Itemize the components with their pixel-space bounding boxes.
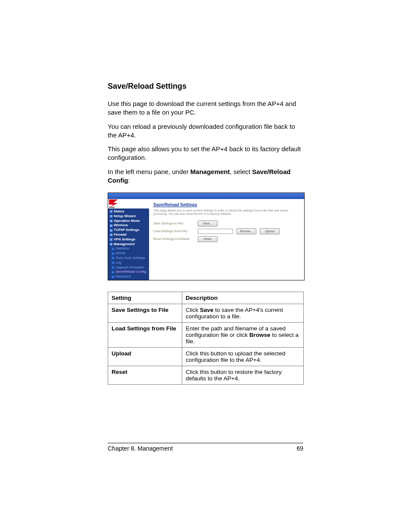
p4-management: Management (190, 168, 230, 175)
embedded-screenshot: zoom Status Setup Wizard Operation Mode … (108, 193, 305, 280)
expand-icon (110, 229, 112, 232)
cell-desc-save: Click Save to save the AP+4's current co… (182, 304, 304, 322)
p4-a: In the left menu pane, under (108, 168, 190, 175)
cell-setting-upload: Upload (108, 347, 182, 366)
nav-management[interactable]: Management (110, 242, 147, 247)
browse-button[interactable]: Browse... (237, 228, 256, 234)
label-reset: Reset Settings to Default: (153, 237, 194, 241)
page: Save/Reload Settings Use this page to do… (0, 0, 411, 532)
screenshot-main: Save/Reload Settings This page allows yo… (149, 199, 304, 280)
label-save: Save Settings to File: (153, 222, 194, 225)
p4-c: , select (230, 168, 252, 175)
cell-setting-reset: Reset (108, 366, 182, 384)
screenshot-desc: This page allows you to save current set… (153, 209, 300, 216)
bullet-icon (112, 252, 114, 255)
screenshot-sidebar: zoom Status Setup Wizard Operation Mode … (108, 199, 149, 280)
paragraph-2: You can reload a previously downloaded c… (108, 122, 303, 140)
nav-operation-mode[interactable]: Operation Mode (110, 219, 147, 224)
th-setting: Setting (108, 292, 182, 304)
cell-setting-load: Load Settings from File (108, 322, 182, 347)
collapse-icon (110, 243, 112, 246)
footer-chapter: Chapter 8. Management (108, 445, 173, 452)
screenshot-title: Save/Reload Settings (153, 202, 300, 207)
cell-desc-upload: Click this button to upload the selected… (182, 347, 304, 366)
footer-rule (108, 443, 303, 443)
screenshot-topbar (108, 193, 304, 199)
label-load: Load Settings from File: (153, 230, 194, 233)
reset-button[interactable]: Reset (198, 236, 218, 242)
bullet-icon (112, 257, 114, 259)
expand-icon (110, 238, 112, 241)
section-heading: Save/Reload Settings (108, 82, 303, 91)
nav-status[interactable]: Status (110, 209, 147, 214)
footer-page-number: 69 (296, 445, 303, 452)
nav-sub-statistics[interactable]: Statistics (110, 246, 147, 251)
bullet-icon (112, 276, 114, 278)
nav-firewall[interactable]: Firewall (110, 233, 147, 237)
paragraph-3: This page also allows you to set the AP+… (108, 145, 303, 162)
nav-setup-wizard[interactable]: Setup Wizard (110, 214, 147, 219)
brand-text: zoom (109, 206, 115, 209)
table-row: Save Settings to File Click Save to save… (108, 304, 304, 322)
table-row: Upload Click this button to upload the s… (108, 347, 304, 366)
bullet-icon (112, 248, 114, 250)
th-description: Description (182, 292, 304, 304)
paragraph-1: Use this page to download the current se… (108, 100, 303, 117)
upload-button[interactable]: Upload (260, 228, 280, 234)
nav-sub-password[interactable]: Password (110, 274, 147, 279)
table-row: Load Settings from File Enter the path a… (108, 322, 304, 347)
bullet-icon (112, 266, 114, 269)
bullet-icon (112, 271, 114, 274)
file-path-input[interactable] (198, 229, 233, 234)
row-load: Load Settings from File: Browse... Uploa… (153, 228, 300, 234)
page-footer: Chapter 8. Management 69 (108, 443, 303, 452)
table-header-row: Setting Description (108, 292, 304, 304)
expand-icon (110, 210, 112, 213)
save-button[interactable]: Save... (198, 221, 218, 227)
nav-sub-ddns[interactable]: DDNS (110, 251, 147, 256)
settings-table: Setting Description Save Settings to Fil… (108, 292, 304, 385)
cell-desc-load: Enter the path and filename of a saved c… (182, 322, 304, 347)
cell-desc-reset: Click this button to restore the factory… (182, 366, 304, 384)
row-reset: Reset Settings to Default: Reset (153, 236, 300, 242)
nav-sub-savereload[interactable]: Save/Reload Config (110, 270, 147, 274)
brand-logo: zoom (108, 199, 149, 208)
bullet-icon (112, 261, 114, 264)
row-save: Save Settings to File: Save... (153, 221, 300, 227)
expand-icon (110, 224, 112, 227)
nav-vpn[interactable]: VPN Settings (110, 237, 147, 242)
expand-icon (110, 220, 112, 222)
paragraph-4: In the left menu pane, under Management,… (108, 168, 303, 185)
expand-icon (110, 215, 112, 218)
nav-top-group: Status Setup Wizard Operation Mode Wirel… (108, 208, 149, 280)
nav-wireless[interactable]: Wireless (110, 223, 147, 228)
nav-sub-upgrade[interactable]: Upgrade Firmware (110, 265, 147, 270)
nav-tcpip[interactable]: TCP/IP Settings (110, 228, 147, 233)
expand-icon (110, 233, 112, 236)
table-row: Reset Click this button to restore the f… (108, 366, 304, 384)
p4-e: : (128, 177, 130, 184)
cell-setting-save: Save Settings to File (108, 304, 182, 322)
nav-sub-timezone[interactable]: Time Zone Settings (110, 256, 147, 261)
nav-sub-log[interactable]: Log (110, 261, 147, 265)
